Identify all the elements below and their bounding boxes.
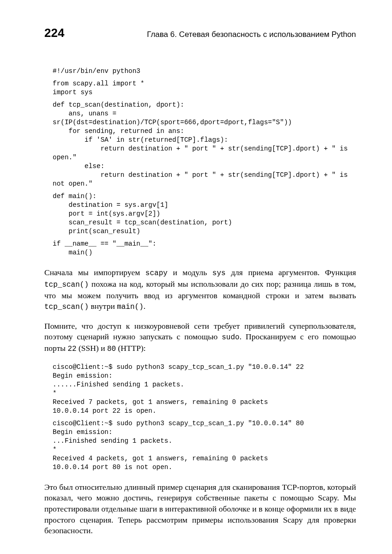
- code-line: if __name__ == "__main__":: [53, 240, 157, 247]
- code-line: Received 7 packets, got 1 answers, remai…: [53, 398, 268, 406]
- text: и модуль: [168, 268, 212, 277]
- page-header: 224 Глава 6. Сетевая безопасность с испо…: [44, 26, 356, 40]
- code-line: destination = sys.argv[1]: [53, 201, 168, 209]
- code-line: from scapy.all import *: [53, 80, 145, 87]
- code-line: Received 4 packets, got 1 answers, remai…: [53, 455, 268, 462]
- code-block-2: cisco@Client:~$ sudo python3 scapy_tcp_s…: [53, 363, 356, 472]
- page: 224 Глава 6. Сетевая безопасность с испо…: [0, 0, 392, 554]
- inline-code: 80: [107, 345, 116, 353]
- paragraph-1: Сначала мы импортируем scapy и модуль sy…: [44, 267, 356, 312]
- code-line: else:: [53, 163, 104, 170]
- text: похожа на код, который мы использовали д…: [44, 279, 356, 300]
- code-line: return destination + " port " + str(send…: [53, 145, 352, 161]
- code-line: return destination + " port " + str(send…: [53, 171, 352, 187]
- code-line: cisco@Client:~$ sudo python3 scapy_tcp_s…: [53, 363, 304, 371]
- text: для приема аргументов. Функция: [226, 268, 356, 277]
- code-line: import sys: [53, 89, 92, 96]
- code-line: ans, unans = sr(IP(dst=destination)/TCP(…: [53, 110, 292, 126]
- inline-code: scapy: [145, 269, 168, 277]
- text: Сначала мы импортируем: [44, 268, 145, 277]
- code-line: def tcp_scan(destination, dport):: [53, 101, 184, 108]
- code-line: Begin emission:: [53, 428, 113, 436]
- page-number: 224: [44, 26, 64, 40]
- code-line: main(): [53, 249, 92, 256]
- inline-code: 22: [67, 345, 76, 353]
- code-line: *: [53, 446, 57, 453]
- code-line: 10.0.0.14 port 80 is not open.: [53, 464, 172, 471]
- code-line: ...Finished sending 1 packets.: [53, 437, 172, 445]
- code-line: *: [53, 390, 57, 397]
- inline-code: tcp_scan(): [44, 303, 89, 311]
- code-line: for sending, returned in ans:: [53, 127, 184, 135]
- text: Это был относительно длинный пример сцен…: [44, 482, 356, 536]
- code-line: scan_result = tcp_scan(destination, port…: [53, 219, 232, 226]
- paragraph-2: Помните, что доступ к низкоуровневой сет…: [44, 321, 356, 355]
- code-line: if 'SA' in str(returned[TCP].flags):: [53, 136, 228, 144]
- text: (SSH) и: [77, 343, 107, 353]
- code-line: ......Finished sending 1 packets.: [53, 381, 184, 388]
- inline-code: sudo: [222, 333, 239, 342]
- code-line: #!/usr/bin/env python3: [53, 67, 140, 75]
- code-line: 10.0.0.14 port 22 is open.: [53, 407, 157, 415]
- code-line: Begin emission:: [53, 372, 113, 379]
- inline-code: sys: [212, 269, 226, 277]
- inline-code: main(): [117, 303, 144, 311]
- code-line: cisco@Client:~$ sudo python3 scapy_tcp_s…: [53, 420, 304, 427]
- text: (HTTP):: [116, 343, 146, 353]
- code-line: print(scan_result): [53, 228, 140, 235]
- inline-code: tcp_scan(): [44, 281, 89, 289]
- chapter-title: Глава 6. Сетевая безопасность с использо…: [147, 30, 356, 39]
- text: .: [144, 301, 145, 311]
- code-line: port = int(sys.argv[2]): [53, 210, 160, 217]
- code-line: def main():: [53, 193, 96, 200]
- text: внутри: [89, 301, 117, 311]
- code-block-1: #!/usr/bin/env python3 from scapy.all im…: [53, 67, 356, 257]
- paragraph-3: Это был относительно длинный пример сцен…: [44, 482, 356, 536]
